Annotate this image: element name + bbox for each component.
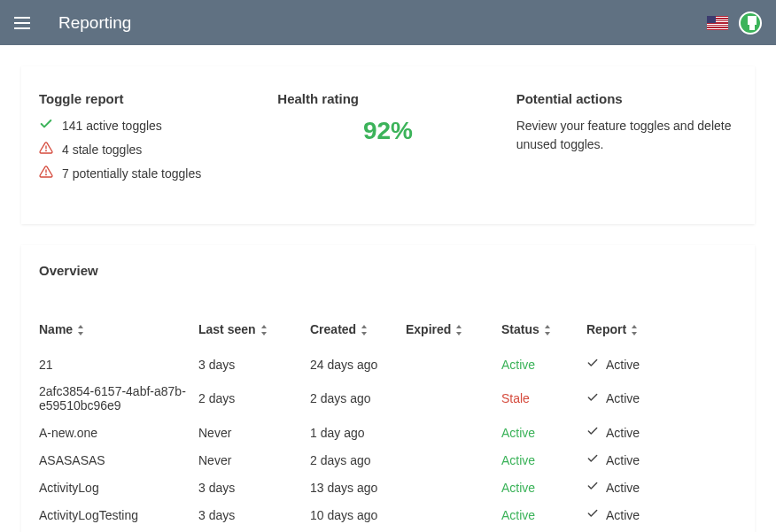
- table-row[interactable]: AnameNever1 dayN/AActiveActive: [39, 528, 737, 532]
- sort-icon[interactable]: [360, 325, 369, 335]
- sort-icon[interactable]: [543, 325, 552, 335]
- menu-icon[interactable]: [14, 13, 34, 33]
- avatar[interactable]: [739, 12, 762, 35]
- locale-flag-us[interactable]: [707, 16, 728, 30]
- cell-name: 2afc3854-6157-4abf-a87b-e59510bc96e9: [39, 378, 198, 419]
- page-title: Reporting: [58, 13, 131, 33]
- actions-col: Potential actions Review your feature to…: [516, 91, 737, 189]
- cell-last: 3 days: [198, 351, 310, 378]
- table-row[interactable]: 2afc3854-6157-4abf-a87b-e59510bc96e92 da…: [39, 378, 737, 419]
- cell-status: Stale: [501, 378, 586, 419]
- cell-name: Aname: [39, 528, 198, 532]
- cell-name: 21: [39, 351, 198, 378]
- cell-report: Active: [586, 446, 737, 474]
- cell-last: Never: [198, 528, 310, 532]
- overview-card: Overview Name Last seen Created Expired …: [21, 245, 755, 532]
- cell-expired: [406, 474, 501, 501]
- cell-expired: [406, 378, 501, 419]
- toggle-report-col: Toggle report 141 active toggles4 stale …: [39, 91, 260, 189]
- cell-last: Never: [198, 419, 310, 446]
- cell-name: ASASASAS: [39, 446, 198, 474]
- header-right: [707, 12, 762, 35]
- cell-last: 2 days: [198, 378, 310, 419]
- cell-last: 3 days: [198, 501, 310, 528]
- cell-status: Active: [501, 446, 586, 474]
- sort-icon[interactable]: [454, 325, 463, 335]
- col-expired[interactable]: Expired: [406, 313, 501, 351]
- table-row[interactable]: 213 days24 days agoActiveActive: [39, 351, 737, 378]
- check-icon: [586, 480, 599, 495]
- overview-title: Overview: [39, 263, 737, 278]
- cell-status: Active: [501, 528, 586, 532]
- toggle-line-text: 7 potentially stale toggles: [62, 166, 201, 181]
- cell-expired: [406, 419, 501, 446]
- cell-created: 24 days ago: [310, 351, 406, 378]
- cell-name: ActivityLog: [39, 474, 198, 501]
- overview-table: Name Last seen Created Expired Status Re…: [39, 313, 737, 532]
- warning-icon: [39, 165, 53, 181]
- sort-icon[interactable]: [630, 325, 639, 335]
- check-icon: [586, 391, 599, 406]
- summary-card: Toggle report 141 active toggles4 stale …: [21, 66, 755, 224]
- cell-created: 13 days ago: [310, 474, 406, 501]
- cell-report: Active: [586, 528, 737, 532]
- table-row[interactable]: ASASASASNever2 days agoActiveActive: [39, 446, 737, 474]
- col-report[interactable]: Report: [586, 313, 737, 351]
- app-header: Reporting: [0, 0, 776, 45]
- col-status[interactable]: Status: [501, 313, 586, 351]
- cell-last: 3 days: [198, 474, 310, 501]
- toggle-line: 7 potentially stale toggles: [39, 165, 260, 181]
- cell-status: Active: [501, 419, 586, 446]
- sort-icon[interactable]: [76, 325, 85, 335]
- check-icon: [586, 507, 599, 522]
- cell-created: 1 day: [310, 528, 406, 532]
- content: Toggle report 141 active toggles4 stale …: [0, 45, 776, 532]
- toggle-line-text: 141 active toggles: [62, 119, 162, 133]
- table-row[interactable]: ActivityLogTesting3 days10 days agoActiv…: [39, 501, 737, 528]
- cell-created: 10 days ago: [310, 501, 406, 528]
- cell-report: Active: [586, 419, 737, 446]
- actions-title: Potential actions: [516, 91, 737, 106]
- toggle-line: 4 stale toggles: [39, 141, 260, 158]
- cell-report: Active: [586, 378, 737, 419]
- svg-point-3: [46, 174, 47, 175]
- col-last[interactable]: Last seen: [198, 313, 310, 351]
- col-name[interactable]: Name: [39, 313, 198, 351]
- toggle-report-title: Toggle report: [39, 91, 260, 106]
- health-title: Health rating: [277, 91, 498, 106]
- cell-name: A-new.one: [39, 419, 198, 446]
- check-icon: [586, 452, 599, 467]
- cell-expired: [406, 351, 501, 378]
- cell-name: ActivityLogTesting: [39, 501, 198, 528]
- health-value: 92%: [277, 117, 498, 145]
- cell-status: Active: [501, 474, 586, 501]
- check-icon: [586, 425, 599, 440]
- cell-report: Active: [586, 474, 737, 501]
- check-icon: [586, 357, 599, 372]
- cell-report: Active: [586, 501, 737, 528]
- health-col: Health rating 92%: [277, 91, 498, 189]
- cell-created: 2 days ago: [310, 446, 406, 474]
- table-row[interactable]: ActivityLog3 days13 days agoActiveActive: [39, 474, 737, 501]
- cell-last: Never: [198, 446, 310, 474]
- warning-icon: [39, 141, 53, 158]
- actions-text: Review your feature toggles and delete u…: [516, 117, 737, 154]
- table-row[interactable]: A-new.oneNever1 day agoActiveActive: [39, 419, 737, 446]
- cell-status: Active: [501, 501, 586, 528]
- cell-expired: [406, 501, 501, 528]
- cell-created: 2 days ago: [310, 378, 406, 419]
- cell-expired: [406, 446, 501, 474]
- col-created[interactable]: Created: [310, 313, 406, 351]
- cell-expired: N/A: [406, 528, 501, 532]
- cell-status: Active: [501, 351, 586, 378]
- cell-report: Active: [586, 351, 737, 378]
- sort-icon[interactable]: [260, 325, 268, 335]
- check-icon: [39, 117, 53, 134]
- toggle-line-text: 4 stale toggles: [62, 143, 142, 157]
- svg-point-1: [46, 150, 47, 151]
- cell-created: 1 day ago: [310, 419, 406, 446]
- toggle-line: 141 active toggles: [39, 117, 260, 134]
